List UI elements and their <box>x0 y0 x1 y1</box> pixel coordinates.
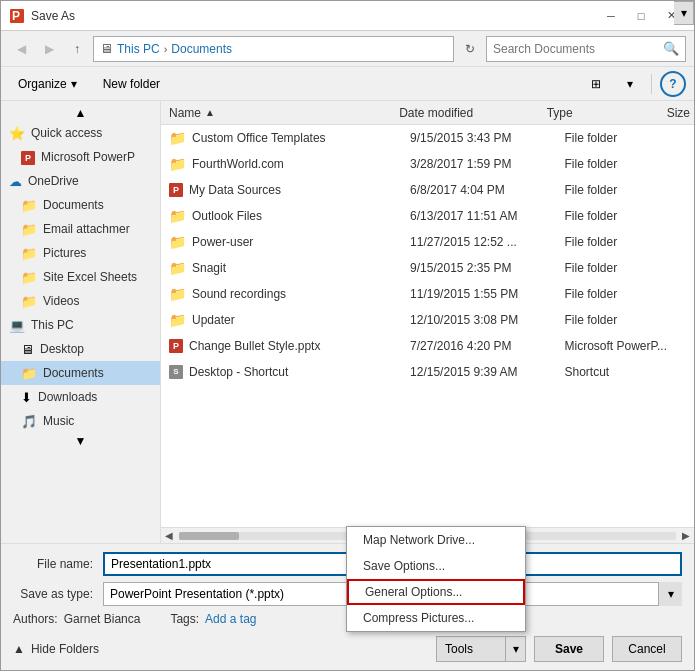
view-arrow-button[interactable]: ▾ <box>617 71 643 97</box>
view-arrow-icon: ▾ <box>627 77 633 91</box>
cell-date: 11/27/2015 12:52 ... <box>406 235 560 249</box>
maximize-button[interactable]: □ <box>626 1 656 31</box>
hscroll-right-btn[interactable]: ▶ <box>678 528 694 544</box>
hide-folders-toggle[interactable]: ▲ Hide Folders <box>13 642 99 656</box>
add-tag-link[interactable]: Add a tag <box>205 612 256 626</box>
table-row[interactable]: 📁 Outlook Files 6/13/2017 11:51 AM File … <box>161 203 694 229</box>
minimize-button[interactable]: ─ <box>596 1 626 31</box>
help-button[interactable]: ? <box>660 71 686 97</box>
cell-name: P Change Bullet Style.pptx <box>165 339 406 353</box>
table-row[interactable]: 📁 Sound recordings 11/19/2015 1:55 PM Fi… <box>161 281 694 307</box>
back-button[interactable]: ◀ <box>9 37 33 61</box>
col-header-date[interactable]: Date modified <box>395 106 543 120</box>
file-list: 📁 Custom Office Templates 9/15/2015 3:43… <box>161 125 694 527</box>
sidebar-item-documents-pc[interactable]: 📁 Documents <box>1 361 160 385</box>
address-path[interactable]: 🖥 This PC › Documents <box>93 36 454 62</box>
cell-name: 📁 FourthWorld.com <box>165 156 406 172</box>
organize-label: Organize <box>18 77 67 91</box>
sidebar-label-quick-access: Quick access <box>31 126 102 140</box>
cancel-button[interactable]: Cancel <box>612 636 682 662</box>
menu-item-general-options[interactable]: General Options... <box>347 579 525 605</box>
forward-button[interactable]: ▶ <box>37 37 61 61</box>
organize-button[interactable]: Organize ▾ <box>9 71 86 97</box>
table-row[interactable]: P Change Bullet Style.pptx 7/27/2016 4:2… <box>161 333 694 359</box>
close-button[interactable]: ✕ <box>656 1 686 31</box>
view-button[interactable]: ⊞ <box>583 71 609 97</box>
sidebar-scroll-down[interactable]: ▼ <box>1 433 160 449</box>
table-row[interactable]: 📁 Custom Office Templates 9/15/2015 3:43… <box>161 125 694 151</box>
refresh-button[interactable]: ↻ <box>458 37 482 61</box>
tools-dropdown-menu: Map Network Drive... Save Options... Gen… <box>346 526 526 632</box>
path-this-pc[interactable]: This PC <box>117 42 160 56</box>
file-name: Power-user <box>192 235 253 249</box>
table-row[interactable]: 📁 FourthWorld.com 3/28/2017 1:59 PM File… <box>161 151 694 177</box>
address-bar: ◀ ▶ ↑ 🖥 This PC › Documents ↻ 🔍 <box>1 31 694 67</box>
sidebar-item-quick-access[interactable]: ⭐ Quick access <box>1 121 160 145</box>
search-input[interactable] <box>493 42 659 56</box>
folder-icon: 📁 <box>169 130 186 146</box>
hscroll-left-btn[interactable]: ◀ <box>161 528 177 544</box>
cell-type: File folder <box>561 261 687 275</box>
hscroll-thumb[interactable] <box>179 532 239 540</box>
sidebar-item-ms-powerp[interactable]: P Microsoft PowerP <box>1 145 160 169</box>
table-row[interactable]: P My Data Sources 6/8/2017 4:04 PM File … <box>161 177 694 203</box>
table-row[interactable]: 📁 Updater 12/10/2015 3:08 PM File folder <box>161 307 694 333</box>
new-folder-button[interactable]: New folder <box>94 71 169 97</box>
sidebar-item-downloads[interactable]: ⬇ Downloads <box>1 385 160 409</box>
window-controls: ─ □ ✕ <box>596 1 686 31</box>
onedrive-icon: ☁ <box>9 174 22 189</box>
tools-arrow-icon: ▾ <box>513 642 519 656</box>
authors-value: Garnet Bianca <box>64 612 141 626</box>
cell-date: 12/10/2015 3:08 PM <box>406 313 560 327</box>
tools-arrow-button[interactable]: ▾ <box>506 636 526 662</box>
file-name: Custom Office Templates <box>192 131 326 145</box>
sidebar-item-music[interactable]: 🎵 Music <box>1 409 160 433</box>
sidebar-label-onedrive: OneDrive <box>28 174 79 188</box>
authors-item: Authors: Garnet Bianca <box>13 612 140 626</box>
sidebar-item-onedrive[interactable]: ☁ OneDrive <box>1 169 160 193</box>
sidebar-item-desktop[interactable]: 🖥 Desktop <box>1 337 160 361</box>
path-icon: 🖥 <box>100 41 113 56</box>
table-row[interactable]: 📁 Snagit 9/15/2015 2:35 PM File folder <box>161 255 694 281</box>
table-row[interactable]: S Desktop - Shortcut 12/15/2015 9:39 AM … <box>161 359 694 385</box>
pictures-icon: 📁 <box>21 246 37 261</box>
col-header-name[interactable]: Name ▲ <box>165 106 395 120</box>
title-bar: P Save As ─ □ ✕ <box>1 1 694 31</box>
cell-type: File folder <box>561 157 687 171</box>
sidebar-item-videos[interactable]: 📁 Videos <box>1 289 160 313</box>
col-header-type[interactable]: Type <box>543 106 663 120</box>
toolbar: Organize ▾ New folder ⊞ ▾ ? <box>1 67 694 101</box>
menu-item-save-options[interactable]: Save Options... <box>347 553 525 579</box>
shortcut-icon: S <box>169 365 183 379</box>
menu-item-compress-pictures[interactable]: Compress Pictures... <box>347 605 525 631</box>
sidebar-scroll-up[interactable]: ▲ <box>1 105 160 121</box>
up-button[interactable]: ↑ <box>65 37 89 61</box>
col-header-size[interactable]: Size <box>663 106 694 120</box>
sidebar-item-documents-od[interactable]: 📁 Documents <box>1 193 160 217</box>
videos-icon: 📁 <box>21 294 37 309</box>
cell-name: 📁 Outlook Files <box>165 208 406 224</box>
tools-dropdown: Tools ▾ Map Network Drive... Save Option… <box>436 636 526 662</box>
file-list-header: Name ▲ Date modified Type Size <box>161 101 694 125</box>
file-name: Desktop - Shortcut <box>189 365 288 379</box>
sidebar-label-pictures: Pictures <box>43 246 86 260</box>
save-button[interactable]: Save <box>534 636 604 662</box>
path-documents[interactable]: Documents <box>171 42 232 56</box>
table-row[interactable]: 📁 Power-user 11/27/2015 12:52 ... File f… <box>161 229 694 255</box>
sidebar-label-site-excel: Site Excel Sheets <box>43 270 137 284</box>
sidebar-item-email[interactable]: 📁 Email attachmer <box>1 217 160 241</box>
sidebar-item-site-excel[interactable]: 📁 Site Excel Sheets <box>1 265 160 289</box>
file-area: Name ▲ Date modified Type Size 📁 Custom … <box>161 101 694 543</box>
filename-label: File name: <box>13 557 103 571</box>
sidebar-label-email: Email attachmer <box>43 222 130 236</box>
file-name: My Data Sources <box>189 183 281 197</box>
file-name: Snagit <box>192 261 226 275</box>
cell-date: 9/15/2015 3:43 PM <box>406 131 560 145</box>
menu-item-map-network[interactable]: Map Network Drive... <box>347 527 525 553</box>
tools-button[interactable]: Tools <box>436 636 506 662</box>
folder-icon: 📁 <box>169 286 186 302</box>
search-icon: 🔍 <box>663 41 679 56</box>
sidebar-item-pictures[interactable]: 📁 Pictures <box>1 241 160 265</box>
sidebar-item-this-pc[interactable]: 💻 This PC <box>1 313 160 337</box>
dialog-title: Save As <box>31 9 596 23</box>
